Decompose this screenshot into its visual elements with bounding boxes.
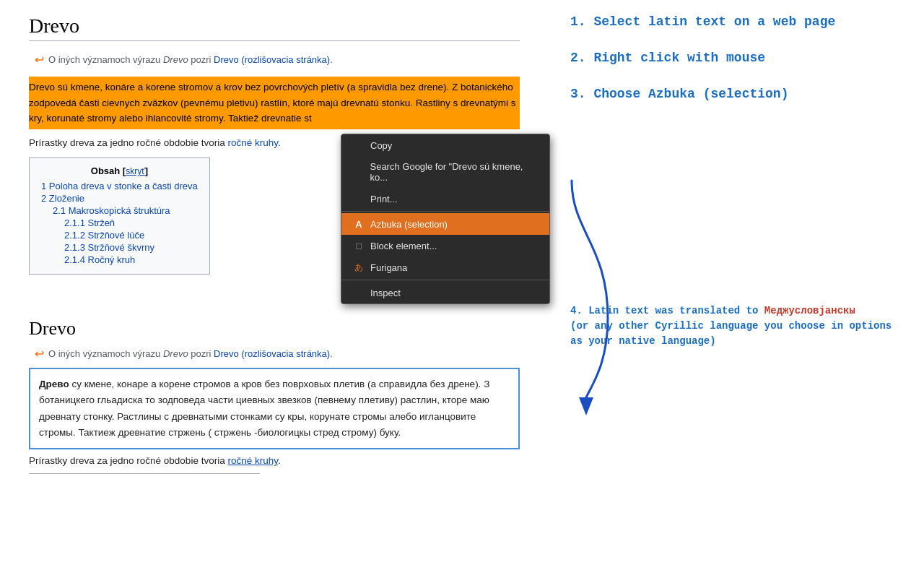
ctx-search-google[interactable]: Search Google for "Drevo sú kmene, ko... [341,156,549,188]
ctx-print[interactable]: Print... [341,188,549,210]
wiki-bottom-hatnote-link[interactable]: Drevo (rozlišovacia stránka) [214,348,330,359]
wiki-bottom-title: Drevo [29,318,520,340]
hatnote-link[interactable]: Drevo (rozlišovacia stránka) [214,54,330,65]
ctx-azbuka[interactable]: A Azbuka (selection) [341,213,549,235]
wiki-toc: Obsah [skryť] 1 Poloha dreva v stonke a … [29,158,210,275]
ctx-sep2 [341,280,549,280]
hatnote-text: O iných významoch výrazu Drevo pozri Dre… [48,54,333,65]
wiki-bottom-section: Drevo ↩ O iných významoch výrazu Drevo p… [0,311,549,481]
arrow-svg [565,173,658,376]
ctx-block-element[interactable]: ◻ Block element... [341,235,549,256]
wiki-bottom-para: Prírastky dreva za jedno ročné obdobie t… [29,455,520,466]
toc-item-2-1: 2.1 Makroskopická štruktúra [53,205,198,216]
wiki-arrow-icon: ↩ [35,53,44,66]
toc-item-2-1-4: 2.1.4 Ročný kruh [64,254,198,265]
ctx-sep1 [341,211,549,212]
selected-text-block: Drevo sú kmene, konáre a korene stromov … [29,77,520,129]
toc-toggle[interactable]: skryť [126,166,145,176]
wiki-title: Drevo [29,14,520,41]
azbuka-icon: A [353,218,365,230]
translated-text-box: Древо су кмене, конаре а корене стромов … [29,368,520,449]
wiki-bottom-rocne-link[interactable]: ročné kruhy [227,455,278,466]
toc-item-2: 2 Zloženie [41,193,198,204]
toc-title: Obsah [skryť] [41,165,198,176]
ctx-furigana[interactable]: あ Furigana [341,256,549,278]
context-menu: Copy Search Google for "Drevo sú kmene, … [341,134,550,304]
wiki-bottom-hatnote: ↩ O iných významoch výrazu Drevo pozri D… [29,345,520,362]
toc-item-1: 1 Poloha dreva v stonke a časti dreva [41,181,198,191]
copy-icon [353,139,365,151]
block-icon: ◻ [353,240,365,251]
toc-item-2-1-1: 2.1.1 Stržeň [64,217,198,228]
step1-label: 1. Select latin text on a web page [570,14,910,29]
wiki-hatnote: ↩ O iných významoch výrazu Drevo pozri D… [29,50,520,69]
toc-item-2-1-3: 2.1.3 Stržňové škvrny [64,242,198,253]
print-icon [353,193,365,204]
ctx-inspect[interactable]: Inspect [341,282,549,303]
svg-marker-0 [579,397,593,415]
step3: 3. Choose Azbuka (selection) [570,87,910,101]
step3-label: 3. Choose Azbuka (selection) [570,87,910,101]
toc-item-2-1-2: 2.1.2 Stržňové lúče [64,230,198,241]
ctx-copy[interactable]: Copy [341,134,549,156]
inspect-icon [353,287,365,298]
step2: 2. Right click with mouse [570,51,910,65]
search-icon [353,166,364,178]
wiki-bottom-arrow-icon: ↩ [35,347,44,361]
step2-label: 2. Right click with mouse [570,51,910,65]
instructions-panel: 1. Select latin text on a web page 2. Ri… [549,0,924,578]
step1: 1. Select latin text on a web page [570,14,910,29]
furigana-icon: あ [353,262,365,273]
rocne-kruhy-link[interactable]: ročné kruhy [227,137,278,148]
